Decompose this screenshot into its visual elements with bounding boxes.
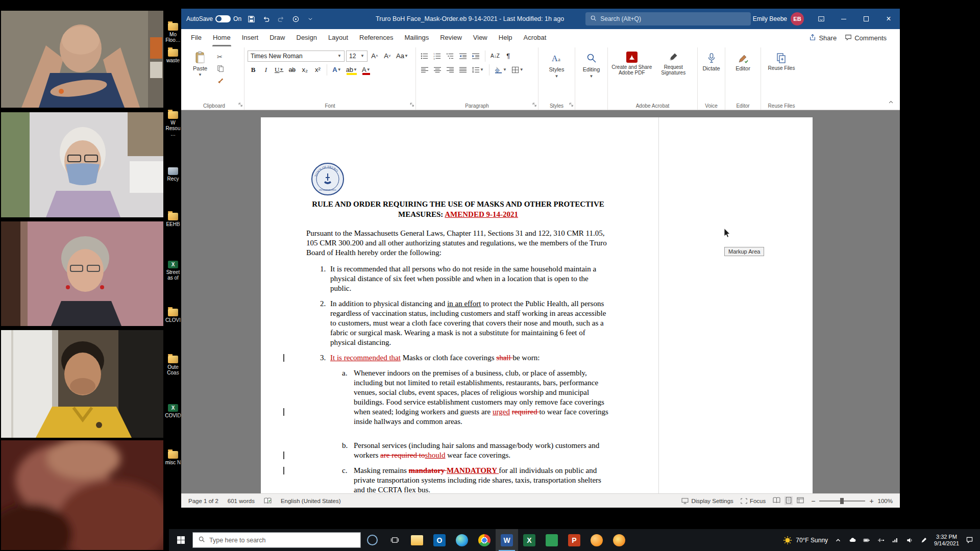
minimize-button[interactable] [832,9,855,29]
participant-video-2[interactable] [1,112,163,217]
undo-icon[interactable] [261,13,271,24]
shrink-font-button[interactable]: A˅ [382,50,393,62]
taskbar-clock[interactable]: 3:32 PM 9/14/2021 [934,534,959,547]
account-button[interactable]: Emily Beebe EB [753,12,804,26]
bullets-button[interactable] [419,50,430,62]
network-icon[interactable] [891,536,900,545]
italic-button[interactable]: I [260,64,272,76]
search-input[interactable]: Search (Alt+Q) [585,12,751,26]
cut-icon[interactable]: ✂ [217,53,224,61]
participant-video-1[interactable] [1,11,163,108]
taskbar-app-orange-app-1[interactable] [585,529,608,551]
save-icon[interactable] [246,13,256,24]
word-count[interactable]: 601 words [228,498,255,504]
font-name-select[interactable]: Times New Roman▼ [248,51,345,62]
read-mode-icon[interactable] [773,497,780,505]
web-layout-icon[interactable] [797,497,804,505]
sort-button[interactable]: A↓Z [489,50,501,62]
paragraph-dialog-launcher-icon[interactable] [532,99,536,109]
taskbar-app-excel[interactable]: X [518,529,541,551]
highlight-color-button[interactable]: ab▼ [345,64,359,76]
desktop-icon[interactable]: Oute Coas [164,356,182,375]
styles-button[interactable]: Aa Styles ▼ [542,49,572,102]
font-color-button[interactable]: A▼ [360,64,372,76]
autosave-toggle[interactable]: AutoSave On [186,15,241,22]
participant-video-4[interactable] [1,330,163,438]
decrease-indent-button[interactable] [457,50,469,62]
menu-tab-help[interactable]: Help [493,29,518,46]
multilevel-list-button[interactable] [445,50,456,62]
document-paragraph[interactable]: a.Whenever indoors on the premises of a … [306,368,610,427]
zoom-slider-thumb[interactable] [840,498,844,504]
document-paragraph[interactable]: 3.It is recommended that Masks or cloth … [306,353,610,363]
menu-tab-insert[interactable]: Insert [236,29,264,46]
ribbon-display-options-icon[interactable] [810,9,832,29]
taskbar-app-powerpoint[interactable]: P [563,529,585,551]
numbering-button[interactable]: 123 [432,50,443,62]
editing-button[interactable]: Editing ▼ [578,49,604,102]
dictate-button[interactable]: Dictate [701,49,722,102]
desktop-icon[interactable]: COVID [164,404,182,418]
menu-tab-mailings[interactable]: Mailings [399,29,435,46]
print-layout-icon[interactable] [785,496,793,505]
superscript-button[interactable]: x² [312,64,323,76]
comments-button[interactable]: Comments [845,34,887,42]
taskbar-app-file-explorer[interactable] [406,529,428,551]
font-size-select[interactable]: 12▼ [346,51,368,62]
menu-tab-references[interactable]: References [354,29,399,46]
document-paragraph[interactable]: b.Personal services (including hair salo… [306,441,610,460]
desktop-icon[interactable]: Mo Floo… [164,23,182,43]
menu-tab-design[interactable]: Design [291,29,323,46]
document-intro-paragraph[interactable]: Pursuant to the Massachusetts General La… [306,229,610,258]
document-heading[interactable]: RULE AND ORDER REQUIRING THE USE OF MASK… [306,199,610,219]
borders-button[interactable]: ▼ [510,64,525,76]
justify-button[interactable] [457,64,469,76]
quick-access-dropdown-icon[interactable] [305,13,315,24]
menu-tab-draw[interactable]: Draw [264,29,290,46]
desktop-icon[interactable]: misc N [164,451,182,465]
align-right-button[interactable] [445,64,456,76]
taskbar-app-word[interactable]: W [496,529,518,551]
align-center-button[interactable] [432,64,443,76]
display-settings-button[interactable]: Display Settings [681,498,733,504]
align-left-button[interactable] [419,64,430,76]
menu-tab-home[interactable]: Home [207,29,236,46]
touch-mouse-mode-icon[interactable] [290,13,301,24]
document-paragraph[interactable]: c.Masking remains mandatory MANDATORY fo… [306,466,610,493]
action-center-icon[interactable] [965,536,974,545]
editor-button[interactable]: Editor [728,49,757,102]
menu-tab-file[interactable]: File [185,29,207,46]
bold-button[interactable]: B [248,64,259,76]
participant-video-3[interactable] [1,221,163,326]
menu-tab-acrobat[interactable]: Acrobat [518,29,552,46]
taskbar-app-green-app[interactable] [541,529,563,551]
line-spacing-button[interactable]: ▼ [470,64,485,76]
zoom-level[interactable]: 100% [878,498,893,504]
document-paragraph[interactable]: 2.In addition to physical distancing and… [306,299,610,347]
document-page[interactable]: TOWN OF TRURO INCORPORATED RULE AND ORDE… [261,117,658,493]
underline-button[interactable]: U▼ [273,64,285,76]
format-painter-icon[interactable] [217,76,224,84]
grow-font-button[interactable]: A˄ [369,50,380,62]
language-indicator[interactable]: English (United States) [281,498,341,504]
request-signatures-button[interactable]: Request Signatures [653,49,695,102]
taskbar-app-chrome[interactable] [473,529,496,551]
redo-icon[interactable] [276,13,286,24]
text-effects-button[interactable]: A▼ [331,64,342,76]
shading-button[interactable]: ▼ [493,64,508,76]
desktop-icon[interactable]: Recy [164,167,182,182]
focus-button[interactable]: Focus [741,498,766,504]
collapse-ribbon-icon[interactable] [888,98,894,107]
styles-dialog-launcher-icon[interactable] [569,99,573,109]
subscript-button[interactable]: x₂ [299,64,310,76]
battery-icon[interactable] [862,536,871,545]
menu-tab-view[interactable]: View [468,29,493,46]
desktop-icon[interactable]: W Resou… [164,111,182,137]
increase-indent-button[interactable] [470,50,481,62]
share-button[interactable]: Share [809,34,837,42]
taskbar-app-outlook[interactable]: O [428,529,451,551]
cortana-button[interactable] [361,529,383,551]
participant-video-5[interactable] [1,440,163,550]
pen-icon[interactable] [919,536,928,545]
change-case-button[interactable]: Aa▼ [395,50,410,62]
